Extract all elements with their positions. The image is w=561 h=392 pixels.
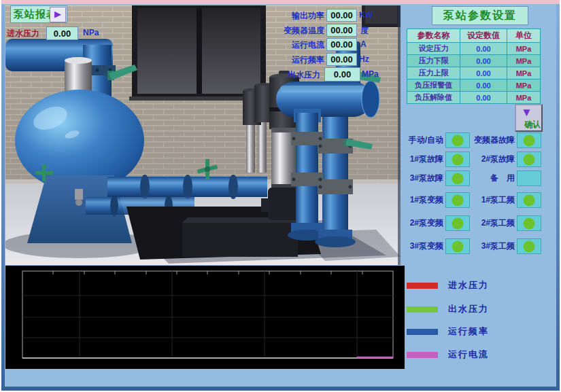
status-label-pump2-fault: 2#泵故障: [462, 154, 515, 165]
param-unit: MPa: [507, 55, 541, 67]
status-row: 1#泵变频 1#泵工频: [0, 192, 561, 208]
table-row: 设定压力 0.00 MPa: [407, 43, 541, 55]
status-row: 2#泵变频 2#泵工频: [0, 215, 561, 231]
settings-table: 参数名称 设定数值 单位 设定压力 0.00 MPa 压力下限 0.00 MPa…: [407, 29, 541, 104]
legend-label: 运行电流: [448, 349, 489, 361]
status-label-pump2-line: 2#泵工频: [462, 217, 515, 229]
status-row: 1#泵故障 2#泵故障: [0, 152, 561, 167]
status-label-manual-auto: 手动/自动: [398, 135, 443, 146]
inlet-pressure-display: 0.00: [46, 26, 78, 40]
lamp-icon: [523, 217, 535, 230]
status-lamp-pump3-line: [517, 238, 541, 254]
status-lamp-spare: [517, 171, 541, 186]
param-unit: MPa: [507, 92, 541, 104]
running-frequency-unit: Hz: [359, 54, 369, 64]
param-value-field[interactable]: 0.00: [460, 79, 507, 92]
legend-item-frequency: 运行频率: [407, 326, 556, 337]
legend-item-current: 运行电流: [407, 349, 556, 360]
outlet-pressure-label: 出水压力: [288, 69, 320, 81]
settings-panel-title: 泵站参数设置: [432, 6, 528, 25]
param-name: 压力上限: [407, 67, 460, 79]
param-value-field[interactable]: 0.00: [460, 55, 507, 67]
running-current-unit: A: [360, 39, 367, 49]
col-unit: 单位: [507, 29, 541, 43]
outlet-pressure-unit: MPa: [362, 69, 379, 79]
inlet-pressure-unit: NPa: [83, 28, 99, 37]
status-lamp-inverter-fault: [517, 132, 541, 148]
legend-swatch: [407, 306, 438, 313]
legend-swatch: [407, 352, 438, 358]
param-unit: MPa: [507, 67, 541, 79]
status-row: 手动/自动 变频器故障: [0, 132, 561, 148]
legend-label: 运行频率: [448, 325, 489, 338]
confirm-arrow-icon: ▼: [521, 106, 532, 120]
output-power-unit: KW: [359, 10, 373, 20]
running-frequency-label: 运行频率: [271, 54, 324, 66]
lamp-icon: [523, 194, 535, 207]
running-frequency-display: 00.00: [326, 53, 357, 66]
running-current-label: 运行电流: [271, 39, 324, 51]
status-label-pump3-vfd: 3#泵变频: [398, 240, 443, 252]
param-unit: MPa: [507, 43, 541, 55]
table-row: 负压解除值 0.00 MPa: [407, 92, 541, 104]
status-row: 3#泵故障 备 用: [0, 171, 561, 186]
inverter-temp-display: 00.00: [326, 24, 357, 37]
confirm-button-label: 确认: [524, 119, 541, 130]
settings-table-header: 参数名称 设定数值 单位: [407, 29, 541, 43]
status-label-pump1-fault: 1#泵故障: [398, 154, 443, 165]
inlet-pressure-label: 进水压力: [7, 28, 39, 39]
status-label-spare: 备 用: [462, 173, 515, 184]
inverter-temp-unit: 度: [360, 25, 369, 37]
legend-swatch: [407, 329, 438, 335]
pump-station-hmi-screen: 泵站报表 ▶ 进水压力 0.00 NPa 输出功率 00.00 KW 变频器温度…: [0, 0, 561, 392]
param-value-field[interactable]: 0.00: [460, 92, 507, 104]
col-set-value: 设定数值: [460, 29, 507, 43]
lamp-icon: [523, 240, 535, 253]
inverter-temp-label: 变频器温度: [271, 25, 324, 37]
table-row: 压力下限 0.00 MPa: [407, 55, 541, 67]
report-play-icon[interactable]: ▶: [50, 7, 66, 22]
status-row: 3#泵变频 3#泵工频: [0, 238, 561, 254]
param-unit: MPa: [507, 79, 541, 92]
legend-item-outlet: 出水压力: [407, 304, 556, 315]
status-label-pump3-fault: 3#泵故障: [398, 173, 443, 184]
legend-swatch: [407, 283, 438, 289]
status-label-pump1-line: 1#泵工频: [462, 194, 515, 206]
lamp-icon: [523, 154, 535, 166]
param-name: 压力下限: [407, 55, 460, 67]
window-large: [129, 5, 269, 101]
trend-chart-plot: [5, 266, 405, 369]
legend-item-inlet: 进水压力: [407, 280, 556, 291]
status-label-pump1-vfd: 1#泵变频: [398, 194, 443, 206]
output-power-label: 输出功率: [271, 10, 324, 22]
status-lamp-pump2-fault: [517, 152, 541, 167]
trend-chart: [5, 266, 405, 369]
param-value-field[interactable]: 0.00: [460, 67, 507, 79]
lamp-icon: [523, 135, 535, 147]
confirm-button[interactable]: ▼ 确认: [515, 104, 543, 132]
status-lamp-pump1-line: [517, 192, 541, 208]
table-row: 压力上限 0.00 MPa: [407, 67, 541, 79]
legend-label: 出水压力: [448, 303, 489, 315]
table-row: 负压报警值 0.00 MPa: [407, 79, 541, 92]
status-label-pump2-vfd: 2#泵变频: [398, 217, 443, 229]
param-name: 负压报警值: [407, 79, 460, 92]
status-label-pump3-line: 3#泵工频: [462, 240, 515, 252]
outlet-pressure-display: 0.00: [324, 67, 360, 82]
legend-label: 进水压力: [448, 279, 489, 291]
param-name: 负压解除值: [407, 92, 460, 104]
param-value-field[interactable]: 0.00: [460, 43, 507, 55]
running-current-display: 00.00: [326, 38, 357, 51]
col-param-name: 参数名称: [407, 29, 460, 43]
status-lamp-pump2-line: [517, 215, 541, 231]
param-name: 设定压力: [407, 43, 460, 55]
output-power-display: 00.00: [326, 9, 357, 22]
status-label-inverter-fault: 变频器故障: [462, 135, 515, 146]
